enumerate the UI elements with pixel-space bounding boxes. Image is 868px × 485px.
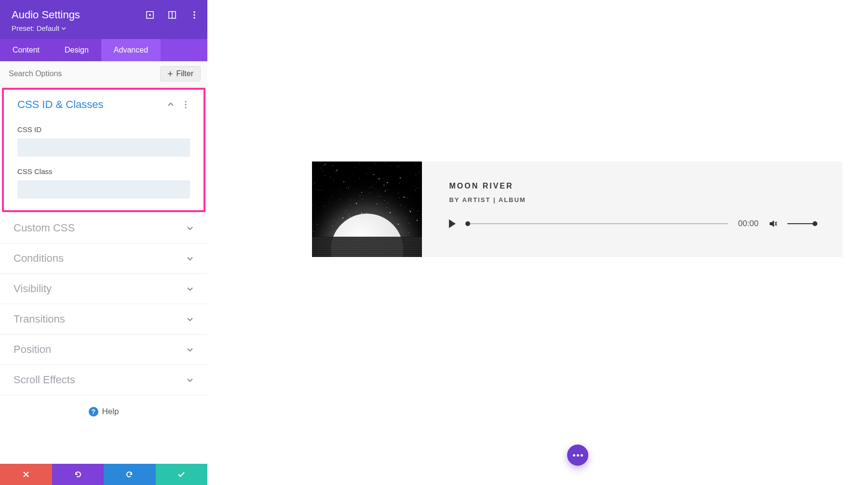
section-header-custom-css[interactable]: Custom CSS bbox=[0, 213, 207, 243]
filter-button[interactable]: Filter bbox=[160, 66, 201, 81]
cancel-button[interactable] bbox=[0, 464, 52, 485]
svg-point-7 bbox=[185, 101, 186, 102]
play-button[interactable] bbox=[449, 219, 456, 228]
time-label: 00:00 bbox=[738, 219, 759, 229]
help-link[interactable]: ? Help bbox=[0, 395, 207, 428]
svg-point-5 bbox=[193, 14, 195, 16]
track-title: MOON RIVER bbox=[449, 182, 815, 190]
tabs: Content Design Advanced bbox=[0, 39, 207, 61]
section-header-position[interactable]: Position bbox=[0, 335, 207, 364]
close-icon bbox=[22, 470, 30, 479]
audio-info: MOON RIVER BY ARTIST | ALBUM 00:00 bbox=[422, 162, 842, 257]
chevron-down-icon bbox=[186, 285, 194, 293]
svg-point-6 bbox=[193, 17, 195, 19]
section-title: Scroll Effects bbox=[14, 374, 75, 386]
chevron-down-icon bbox=[186, 224, 194, 232]
columns-icon[interactable] bbox=[168, 11, 176, 19]
section-list: CSS ID & Classes CSS ID CSS Class Custom… bbox=[0, 87, 207, 464]
audio-module: MOON RIVER BY ARTIST | ALBUM 00:00 bbox=[312, 162, 842, 257]
progress-handle[interactable] bbox=[465, 221, 470, 226]
redo-button[interactable] bbox=[104, 464, 156, 485]
volume-bar[interactable] bbox=[787, 223, 815, 224]
svg-point-1 bbox=[149, 14, 151, 16]
css-class-label: CSS Class bbox=[17, 167, 190, 175]
preset-label: Preset: Default bbox=[12, 24, 59, 32]
kebab-menu-icon[interactable] bbox=[181, 100, 190, 109]
preset-dropdown[interactable]: Preset: Default bbox=[12, 24, 196, 32]
search-input[interactable] bbox=[7, 67, 160, 81]
tab-design[interactable]: Design bbox=[52, 39, 101, 61]
svg-point-8 bbox=[185, 104, 186, 105]
progress-bar[interactable] bbox=[465, 223, 728, 224]
chevron-down-icon bbox=[186, 255, 194, 262]
expand-icon[interactable] bbox=[146, 11, 154, 19]
more-icon bbox=[573, 454, 583, 457]
undo-button[interactable] bbox=[52, 464, 104, 485]
section-body-css: CSS ID CSS Class bbox=[4, 120, 203, 210]
section-header-conditions[interactable]: Conditions bbox=[0, 243, 207, 273]
css-id-label: CSS ID bbox=[17, 125, 190, 134]
chevron-up-icon bbox=[167, 101, 175, 108]
bottom-action-bar bbox=[0, 464, 207, 485]
tab-advanced[interactable]: Advanced bbox=[101, 39, 161, 61]
album-cover bbox=[312, 162, 422, 257]
redo-icon bbox=[125, 470, 134, 479]
search-row: Filter bbox=[0, 61, 207, 87]
chevron-down-icon bbox=[186, 376, 194, 384]
tab-content[interactable]: Content bbox=[0, 39, 52, 61]
section-header-scroll-effects[interactable]: Scroll Effects bbox=[0, 365, 207, 395]
mute-button[interactable] bbox=[768, 219, 778, 229]
chevron-down-icon bbox=[186, 346, 194, 353]
css-class-input[interactable] bbox=[17, 180, 190, 199]
track-subtitle: BY ARTIST | ALBUM bbox=[449, 196, 815, 203]
section-header-css-id-classes[interactable]: CSS ID & Classes bbox=[4, 90, 203, 120]
css-id-input[interactable] bbox=[17, 138, 190, 157]
help-label: Help bbox=[102, 407, 119, 417]
section-title: CSS ID & Classes bbox=[17, 98, 104, 111]
svg-point-9 bbox=[185, 107, 186, 108]
section-title: Transitions bbox=[14, 313, 65, 325]
svg-point-4 bbox=[193, 11, 195, 13]
section-title: Custom CSS bbox=[14, 222, 75, 234]
undo-icon bbox=[73, 470, 82, 479]
section-title: Visibility bbox=[14, 283, 52, 295]
section-title: Conditions bbox=[14, 252, 64, 265]
save-button[interactable] bbox=[156, 464, 208, 485]
volume-handle[interactable] bbox=[813, 221, 817, 226]
chevron-down-icon bbox=[61, 26, 66, 31]
water-graphic bbox=[312, 237, 422, 257]
section-title: Position bbox=[14, 343, 51, 356]
highlighted-section: CSS ID & Classes CSS ID CSS Class bbox=[2, 88, 205, 212]
more-actions-fab[interactable] bbox=[567, 445, 588, 466]
kebab-menu-icon[interactable] bbox=[190, 11, 199, 19]
plus-icon bbox=[167, 71, 173, 77]
panel-header: Audio Settings Preset: Default bbox=[0, 0, 207, 39]
settings-sidebar: Audio Settings Preset: Default Content D… bbox=[0, 0, 207, 485]
check-icon bbox=[177, 470, 186, 479]
section-header-visibility[interactable]: Visibility bbox=[0, 274, 207, 304]
help-icon: ? bbox=[89, 407, 98, 417]
filter-label: Filter bbox=[176, 69, 193, 78]
chevron-down-icon bbox=[186, 315, 194, 323]
player-controls: 00:00 bbox=[449, 219, 815, 229]
section-header-transitions[interactable]: Transitions bbox=[0, 304, 207, 334]
preview-area: MOON RIVER BY ARTIST | ALBUM 00:00 bbox=[207, 0, 868, 485]
